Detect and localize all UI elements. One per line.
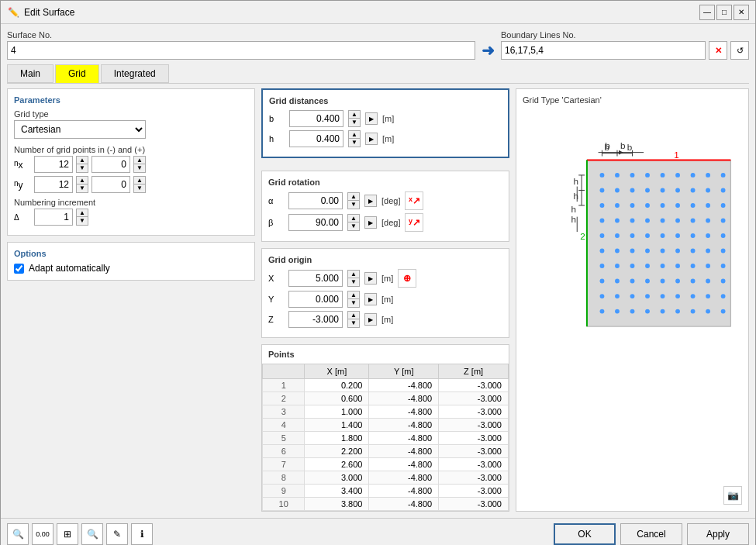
x-unit: [m] [381,274,393,283]
origin-x-button[interactable]: ⊕ [398,269,416,288]
b-input[interactable] [289,110,343,127]
grid-rotation-section: Grid rotation α ▲ ▼ ▶ [deg] x↗ [261,171,509,242]
svg-point-49 [600,233,605,238]
close-button[interactable]: ✕ [734,5,749,20]
tab-main[interactable]: Main [7,64,54,83]
nx-plus-input[interactable] [91,156,130,173]
b-down[interactable]: ▼ [349,119,360,126]
minimize-button[interactable]: — [699,5,715,20]
beta-input[interactable] [288,214,343,231]
search-tool-button[interactable]: 🔍 [7,523,29,545]
delta-down[interactable]: ▼ [77,217,88,225]
surface-no-label: Surface No. [7,30,495,40]
zoom-tool-button[interactable]: 🔍 [81,523,103,545]
tab-integrated[interactable]: Integrated [101,64,169,83]
beta-down[interactable]: ▼ [348,222,359,230]
nx-minus-down[interactable]: ▼ [77,164,88,172]
svg-point-57 [721,233,726,238]
x-input[interactable] [288,270,343,287]
info-tool-button[interactable]: ℹ [131,523,153,545]
boundary-section: Boundary Lines No. ✕ ↺ [501,30,749,60]
beta-spin: ▲ ▼ [347,214,360,231]
alpha-x-button[interactable]: x↗ [405,191,423,210]
ny-minus-up[interactable]: ▲ [77,177,88,185]
h-up[interactable]: ▲ [349,131,360,139]
svg-point-29 [706,188,710,193]
surface-no-input[interactable] [7,41,475,60]
h-arrow-button[interactable]: ▶ [365,133,378,145]
alpha-up[interactable]: ▲ [348,193,359,201]
x-down[interactable]: ▼ [348,278,359,286]
svg-point-36 [675,203,680,208]
delta-input[interactable] [34,209,73,226]
b-up[interactable]: ▲ [349,111,360,119]
nx-plus-up[interactable]: ▲ [134,157,145,164]
boundary-input[interactable] [501,41,706,60]
apply-button[interactable]: Apply [687,523,749,545]
z-up[interactable]: ▲ [348,312,359,319]
svg-point-16 [645,173,650,178]
h-down[interactable]: ▼ [349,139,360,147]
ny-plus-up[interactable]: ▲ [134,177,145,185]
svg-point-21 [721,173,726,178]
z-arrow-button[interactable]: ▶ [364,313,377,326]
row-num: 7 [263,458,305,471]
alpha-down[interactable]: ▼ [348,201,359,209]
row-num: 1 [263,379,305,392]
z-input[interactable] [288,311,343,328]
left-panel: Parameters Grid type Cartesian Polar Num… [7,88,255,512]
tab-grid[interactable]: Grid [55,64,99,83]
y-arrow-button[interactable]: ▶ [364,293,377,305]
beta-arrow-button[interactable]: ▶ [364,216,377,229]
y-up[interactable]: ▲ [348,291,359,299]
h-row: h ▲ ▼ ▶ [m] [269,130,502,147]
row-y: -4.800 [369,419,439,432]
ok-button[interactable]: OK [554,523,616,545]
y-down[interactable]: ▼ [348,299,359,307]
alpha-spin: ▲ ▼ [347,192,360,209]
adapt-auto-checkbox[interactable] [14,264,24,274]
nx-plus-down[interactable]: ▼ [134,164,145,172]
svg-point-39 [721,203,726,208]
ny-plus-input[interactable] [91,176,130,193]
z-spin: ▲ ▼ [347,311,360,328]
svg-point-83 [706,279,710,284]
grid-tool-button[interactable]: ⊞ [57,523,78,545]
row-x: 0.200 [305,379,369,392]
select-tool-button[interactable]: ✎ [106,523,128,545]
grid-type-select[interactable]: Cartesian Polar [14,120,146,139]
nx-minus-up[interactable]: ▲ [77,157,88,164]
boundary-refresh-button[interactable]: ↺ [730,41,749,60]
h-input[interactable] [289,130,343,147]
y-input[interactable] [288,291,343,308]
screenshot-icon[interactable]: 📷 [723,486,742,505]
delta-up[interactable]: ▲ [77,209,88,217]
maximize-button[interactable]: □ [716,5,732,20]
ny-minus-input[interactable] [34,176,73,193]
svg-point-54 [675,233,680,238]
svg-point-65 [706,249,710,254]
x-up[interactable]: ▲ [348,271,359,278]
table-scroll[interactable]: X [m] Y [m] Z [m] 1 0.200 -4.800 -3.000 … [262,364,509,511]
x-arrow-button[interactable]: ▶ [364,272,377,285]
b-arrow-button[interactable]: ▶ [365,112,378,125]
alpha-input[interactable] [288,192,343,209]
boundary-clear-button[interactable]: ✕ [709,41,727,60]
svg-point-22 [600,188,605,193]
beta-x-button[interactable]: y↗ [405,213,423,232]
z-down[interactable]: ▼ [348,319,359,327]
dialog-content: Surface No. ➜ Boundary Lines No. ✕ ↺ Mai… [1,24,755,518]
ny-plus-down[interactable]: ▼ [134,185,145,192]
screenshot-button[interactable]: 📷 [723,486,742,505]
svg-point-23 [615,188,620,193]
cancel-button[interactable]: Cancel [620,523,682,545]
row-y: -4.800 [369,392,439,405]
alpha-row: α ▲ ▼ ▶ [deg] x↗ [268,191,502,210]
row-x: 2.600 [305,458,369,471]
beta-up[interactable]: ▲ [348,215,359,222]
coord-tool-button[interactable]: 0.00 [32,523,54,545]
ny-minus-down[interactable]: ▼ [77,185,88,192]
nx-minus-input[interactable] [34,156,73,173]
top-row: Surface No. ➜ Boundary Lines No. ✕ ↺ [7,30,749,60]
alpha-arrow-button[interactable]: ▶ [364,195,377,207]
